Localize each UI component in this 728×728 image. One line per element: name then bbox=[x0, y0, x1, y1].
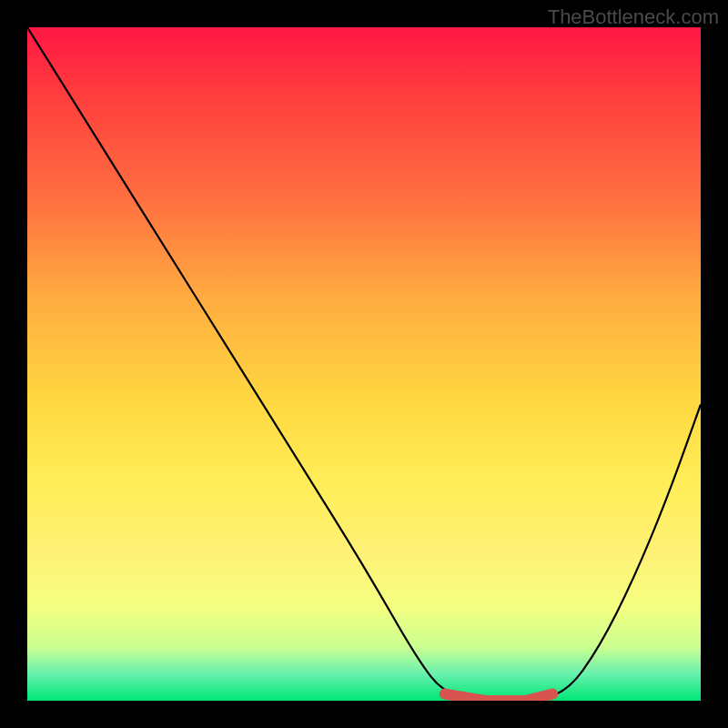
chart-svg-layer bbox=[27, 27, 701, 701]
optimal-segment-path bbox=[445, 694, 552, 701]
bottleneck-curve-path bbox=[27, 27, 701, 701]
watermark-text: TheBottleneck.com bbox=[548, 5, 719, 29]
chart-plot-area bbox=[27, 27, 701, 701]
